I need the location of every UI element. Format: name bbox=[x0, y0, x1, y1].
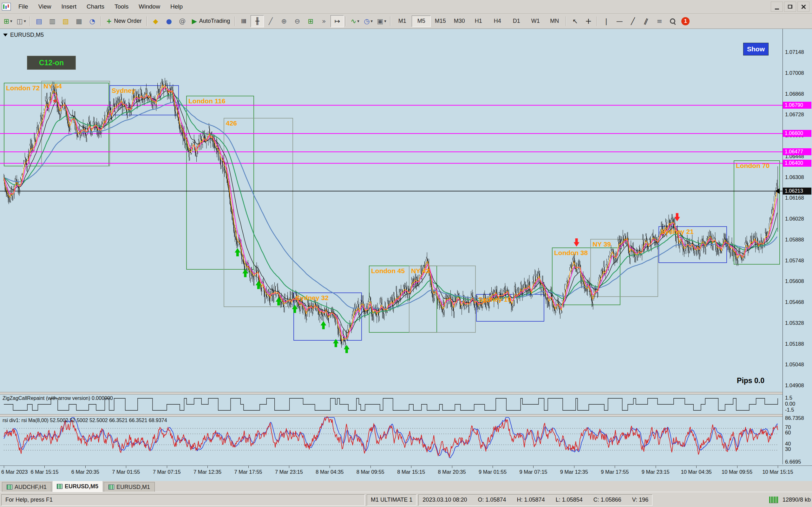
tab-eurusd-m1[interactable]: EURUSD,M1 bbox=[104, 482, 155, 492]
ema-slowest-blue bbox=[4, 102, 777, 308]
chart-tab-icon bbox=[57, 484, 62, 489]
timeframe-m15-button[interactable]: M15 bbox=[431, 15, 450, 27]
timeframe-w1-button[interactable]: W1 bbox=[526, 15, 545, 27]
toolbar-separator bbox=[346, 16, 346, 26]
menu-window[interactable]: Window bbox=[134, 0, 165, 13]
vertical-line-button[interactable]: | bbox=[600, 15, 613, 27]
panel-separator[interactable] bbox=[0, 414, 812, 417]
indicators-icon: ∿ bbox=[351, 17, 357, 25]
price-axis[interactable]: 1.071481.070081.068681.067281.065881.064… bbox=[782, 29, 812, 464]
data-window-button[interactable]: ▥ bbox=[46, 15, 59, 27]
menu-insert[interactable]: Insert bbox=[56, 0, 82, 13]
timeframe-m30-button[interactable]: M30 bbox=[450, 15, 469, 27]
market-watch-button[interactable]: ▤ bbox=[32, 15, 46, 27]
status-help-text: For Help, press F1 bbox=[1, 494, 365, 506]
auto-scroll-button[interactable]: » bbox=[317, 15, 331, 27]
periods-button[interactable]: ◷▾ bbox=[362, 15, 375, 27]
one-click-trading-toggle-icon[interactable] bbox=[3, 34, 8, 39]
navigator-button[interactable]: ▧ bbox=[59, 15, 72, 27]
search-button[interactable] bbox=[666, 15, 679, 27]
chart-shift-button[interactable]: ↦ bbox=[331, 15, 344, 27]
new-chart-button[interactable]: ⊞▾ bbox=[1, 15, 14, 27]
time-label: 10 Mar 04:35 bbox=[681, 469, 712, 475]
price-tick-label: 1.05048 bbox=[785, 361, 804, 368]
restore-icon bbox=[788, 5, 792, 9]
time-tick bbox=[329, 466, 330, 468]
cursor-button[interactable]: ↖ bbox=[568, 15, 582, 27]
time-label: 7 Mar 01:55 bbox=[112, 469, 140, 475]
metaeditor-button[interactable]: ◆ bbox=[149, 15, 162, 27]
candlestick-chart-button[interactable]: ╫ bbox=[251, 15, 264, 27]
plus-icon: + bbox=[106, 17, 112, 25]
time-tick bbox=[574, 466, 574, 468]
panel-separator[interactable] bbox=[0, 392, 812, 395]
tab-audchf-h1[interactable]: AUDCHF,H1 bbox=[2, 482, 51, 492]
menu-bar: File View Insert Charts Tools Window Hel… bbox=[0, 0, 812, 14]
rsi-indicator-panel[interactable]: rsi div1: rsi Ma(8,00) 52.5002 52.5002 5… bbox=[0, 417, 812, 465]
line-chart-button[interactable]: ╱ bbox=[264, 15, 277, 27]
zigzag-indicator-panel[interactable]: ZigZagCallRepaint (with arrow version) 0… bbox=[0, 395, 812, 414]
community-button[interactable]: @ bbox=[176, 15, 189, 27]
zoom-in-button[interactable]: ⊕ bbox=[277, 15, 291, 27]
price-chart-panel[interactable]: London 72NY 54SydneyLondon 116426Sydney … bbox=[0, 29, 812, 392]
time-label: 9 Mar 23:15 bbox=[642, 469, 670, 475]
trendline-button[interactable]: ╱ bbox=[626, 15, 640, 27]
zoom-out-button[interactable]: ⊖ bbox=[291, 15, 304, 27]
horizontal-line-button[interactable]: — bbox=[613, 15, 626, 27]
menu-tools[interactable]: Tools bbox=[109, 0, 134, 13]
indicators-button[interactable]: ∿▾ bbox=[348, 15, 362, 27]
restore-button[interactable] bbox=[784, 2, 796, 12]
time-label: 7 Mar 17:55 bbox=[234, 469, 262, 475]
session-label-london-38: London 38 bbox=[554, 249, 588, 257]
timeframe-mn-button[interactable]: MN bbox=[545, 15, 564, 27]
time-tick bbox=[778, 466, 778, 468]
timeframe-m1-button[interactable]: M1 bbox=[393, 15, 412, 27]
autotrading-button[interactable]: ▶AutoTrading bbox=[189, 15, 233, 27]
menu-charts[interactable]: Charts bbox=[82, 0, 109, 13]
time-label: 10 Mar 09:55 bbox=[722, 469, 752, 475]
menu-file[interactable]: File bbox=[13, 0, 33, 13]
experts-button[interactable]: ● bbox=[162, 15, 176, 27]
timeframe-h4-button[interactable]: H4 bbox=[488, 15, 507, 27]
rsi-indicator-label: rsi div1: rsi Ma(8,00) 52.5002 52.5002 5… bbox=[3, 418, 167, 424]
equidistant-channel-button[interactable]: ∥ bbox=[640, 15, 653, 27]
traffic-histogram-icon bbox=[769, 497, 778, 503]
objects-list-button[interactable]: ≡ bbox=[653, 15, 666, 27]
crosshair-button[interactable]: + bbox=[582, 15, 595, 27]
tab-label: EURUSD,M5 bbox=[65, 483, 98, 490]
time-label: 8 Mar 09:55 bbox=[357, 469, 385, 475]
experts-icon: ● bbox=[166, 17, 171, 25]
notification-badge[interactable]: 1 bbox=[681, 17, 690, 25]
profiles-button[interactable]: ◫▾ bbox=[14, 15, 28, 27]
timeframe-m5-button[interactable]: M5 bbox=[412, 15, 431, 27]
terminal-button[interactable]: ▦ bbox=[72, 15, 86, 27]
show-button[interactable]: Show bbox=[743, 43, 768, 55]
menu-help[interactable]: Help bbox=[165, 0, 188, 13]
tab-label: AUDCHF,H1 bbox=[14, 484, 47, 491]
metaeditor-icon: ◆ bbox=[153, 17, 158, 25]
chevron-down-icon: ▾ bbox=[371, 19, 373, 23]
tile-windows-button[interactable]: ⊞ bbox=[304, 15, 317, 27]
chart-tab-icon bbox=[7, 485, 12, 490]
status-datetime: 2023.03.10 08:20 bbox=[422, 497, 467, 503]
price-chart[interactable]: London 72NY 54SydneyLondon 116426Sydney … bbox=[0, 29, 783, 392]
strategy-tester-button[interactable]: ◔ bbox=[86, 15, 99, 27]
new-order-button[interactable]: +New Order bbox=[103, 15, 145, 27]
vertical-line-icon: | bbox=[605, 17, 607, 25]
close-button[interactable] bbox=[798, 2, 809, 12]
community-icon: @ bbox=[179, 17, 186, 25]
bar-chart-button[interactable]: ≣ bbox=[237, 15, 251, 27]
menu-view[interactable]: View bbox=[33, 0, 56, 13]
minimize-button[interactable] bbox=[771, 2, 783, 12]
timeframe-d1-button[interactable]: D1 bbox=[507, 15, 526, 27]
c12-indicator-button[interactable]: C12-on bbox=[27, 56, 76, 70]
tab-eurusd-m5[interactable]: EURUSD,M5 bbox=[52, 481, 103, 492]
time-label: 9 Mar 17:55 bbox=[601, 469, 629, 475]
zigzag-plot bbox=[0, 395, 783, 414]
time-tick bbox=[696, 466, 697, 468]
templates-button[interactable]: ▣▾ bbox=[375, 15, 388, 27]
time-axis[interactable]: 6 Mar 20236 Mar 15:156 Mar 20:357 Mar 01… bbox=[0, 465, 812, 481]
timeframe-h1-button[interactable]: H1 bbox=[469, 15, 488, 27]
zigzag-line bbox=[4, 398, 778, 410]
session-box-london-45 bbox=[369, 266, 437, 332]
